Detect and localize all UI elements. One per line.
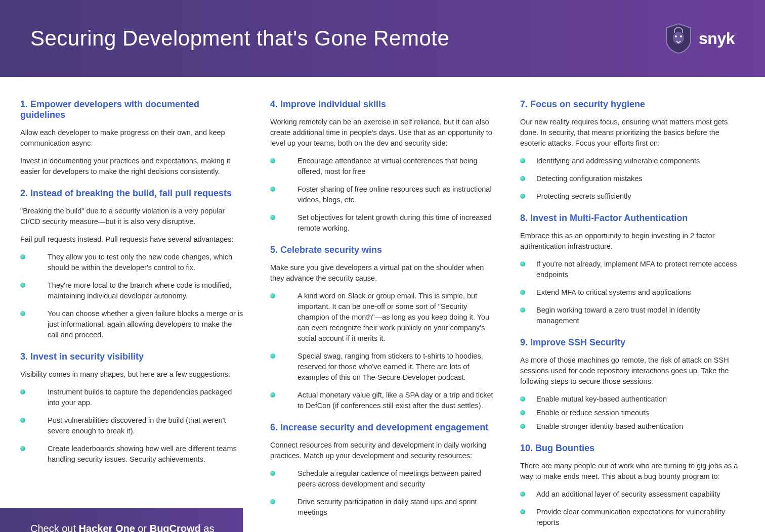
bullet-icon [20, 311, 25, 316]
bullet-icon [20, 254, 25, 259]
bullet-icon [270, 392, 275, 397]
section-8-list: If you're not already, implement MFA to … [520, 259, 745, 326]
section-10-p1: There are many people out of work who ar… [520, 461, 745, 482]
bullet-icon [270, 158, 275, 163]
list-item: Foster sharing of free online resources … [270, 184, 495, 205]
section-5-list: A kind word on Slack or group email. Thi… [270, 291, 495, 411]
section-8-p1: Embrace this as an opportunity to begin … [520, 231, 745, 252]
bullet-icon [520, 176, 525, 181]
callout-mid: or [135, 523, 150, 532]
list-item-text: Detecting configuration mistakes [536, 173, 745, 184]
list-item-text: Encourage attendance at virtual conferen… [298, 156, 495, 177]
list-item: Set objectives for talent growth during … [270, 212, 495, 234]
bullet-icon [520, 261, 525, 267]
list-item: A kind word on Slack or group email. Thi… [270, 291, 495, 344]
section-2-p1: "Breaking the build" due to a security v… [20, 206, 245, 227]
list-item: Provide clear communication expectations… [520, 507, 745, 528]
section-3-title: 3. Invest in security visibility [20, 351, 245, 362]
list-item-text: Provide clear communication expectations… [536, 507, 745, 528]
bullet-icon [270, 499, 275, 504]
section-4-title: 4. Improve individual skills [270, 99, 495, 110]
section-8-title: 8. Invest in Multi-Factor Authentication [520, 213, 745, 224]
bullet-icon [520, 158, 525, 163]
list-item: Enable mutual key-based authentication [520, 394, 745, 405]
list-item: Identifying and addressing vulnerable co… [520, 156, 745, 166]
section-1-title: 1. Empower developers with documented gu… [20, 99, 245, 120]
section-5-p1: Make sure you give developers a virtual … [270, 262, 495, 284]
list-item-text: Enable mutual key-based authentication [536, 394, 745, 405]
bullet-icon [270, 293, 275, 298]
bullet-icon [520, 509, 525, 514]
bullet-icon [520, 492, 525, 497]
content-grid: 1. Empower developers with documented gu… [0, 77, 765, 532]
list-item: Detecting configuration mistakes [520, 173, 745, 184]
bullet-icon [520, 290, 525, 295]
list-item: Add an additional layer of security asse… [520, 489, 745, 500]
section-6-list: Schedule a regular cadence of meetings b… [270, 468, 495, 518]
svg-point-0 [673, 32, 684, 44]
bullet-icon [20, 283, 25, 288]
list-item: Schedule a regular cadence of meetings b… [270, 468, 495, 490]
bullet-icon [520, 410, 525, 415]
section-6-title: 6. Increase security and development eng… [270, 422, 495, 433]
bullet-icon [270, 215, 275, 220]
bullet-icon [270, 353, 275, 359]
list-item-text: You can choose whether a given failure b… [48, 308, 245, 340]
list-item: Protecting secrets sufficiently [520, 191, 745, 202]
list-item-text: Protecting secrets sufficiently [536, 191, 745, 202]
list-item: Actual monetary value gift, like a SPA d… [270, 390, 495, 411]
section-9-list: Enable mutual key-based authentication E… [520, 394, 745, 432]
list-item: Enable or reduce session timeouts [520, 408, 745, 418]
bullet-icon [20, 446, 25, 451]
callout-prefix: Check out [30, 523, 79, 532]
brand: snyk [664, 23, 735, 54]
list-item-text: Drive security participation in daily st… [298, 497, 495, 518]
list-item-text: Enable stronger identity based authentic… [536, 421, 745, 432]
bullet-icon [20, 418, 25, 423]
bullet-icon [520, 194, 525, 199]
svg-point-1 [675, 35, 677, 37]
page-header: Securing Development that's Gone Remote … [0, 0, 765, 77]
callout-b1: Hacker One [79, 523, 135, 532]
footer-callout: Check out Hacker One or BugCrowd as plat… [0, 508, 243, 532]
section-4-p1: Working remotely can be an exercise in s… [270, 117, 495, 149]
bullet-icon [270, 187, 275, 192]
section-3-p1: Visibility comes in many shapes, but her… [20, 369, 245, 380]
svg-point-2 [680, 35, 682, 37]
section-10-title: 10. Bug Bounties [520, 443, 745, 454]
bullet-icon [520, 396, 525, 402]
list-item-text: Enable or reduce session timeouts [536, 408, 745, 418]
list-item: If you're not already, implement MFA to … [520, 259, 745, 280]
column-3: 7. Focus on security hygiene Our new rea… [520, 97, 745, 532]
list-item-text: A kind word on Slack or group email. Thi… [298, 291, 495, 344]
column-1: 1. Empower developers with documented gu… [20, 97, 245, 532]
list-item: They're more local to the branch where c… [20, 280, 245, 301]
section-4-list: Encourage attendance at virtual conferen… [270, 156, 495, 234]
section-7-list: Identifying and addressing vulnerable co… [520, 156, 745, 202]
list-item-text: Foster sharing of free online resources … [298, 184, 495, 205]
section-6-p1: Connect resources from security and deve… [270, 440, 495, 461]
section-10-list: Add an additional layer of security asse… [520, 489, 745, 532]
list-item: They allow you to test only the new code… [20, 252, 245, 273]
list-item-text: Instrument builds to capture the depende… [48, 387, 245, 408]
section-7-title: 7. Focus on security hygiene [520, 99, 745, 110]
bullet-icon [520, 307, 525, 313]
list-item-text: Set objectives for talent growth during … [298, 212, 495, 234]
list-item: Instrument builds to capture the depende… [20, 387, 245, 408]
list-item: Drive security participation in daily st… [270, 497, 495, 518]
list-item: Create leaderboards showing how well are… [20, 444, 245, 465]
section-9-title: 9. Improve SSH Security [520, 337, 745, 348]
section-1-p2: Invest in documenting your practices and… [20, 156, 245, 177]
list-item: Begin working toward a zero trust model … [520, 305, 745, 326]
column-2: 4. Improve individual skills Working rem… [270, 97, 495, 532]
list-item-text: Identifying and addressing vulnerable co… [536, 156, 745, 166]
section-9-p1: As more of those machines go remote, the… [520, 355, 745, 387]
list-item-text: If you're not already, implement MFA to … [536, 259, 745, 280]
callout-b2: BugCrowd [150, 523, 201, 532]
list-item-text: Create leaderboards showing how well are… [48, 444, 245, 465]
list-item: Extend MFA to critical systems and appli… [520, 287, 745, 298]
list-item-text: They allow you to test only the new code… [48, 252, 245, 273]
section-2-list: They allow you to test only the new code… [20, 252, 245, 340]
list-item-text: Post vulnerabilities discovered in the b… [48, 415, 245, 436]
list-item: You can choose whether a given failure b… [20, 308, 245, 340]
